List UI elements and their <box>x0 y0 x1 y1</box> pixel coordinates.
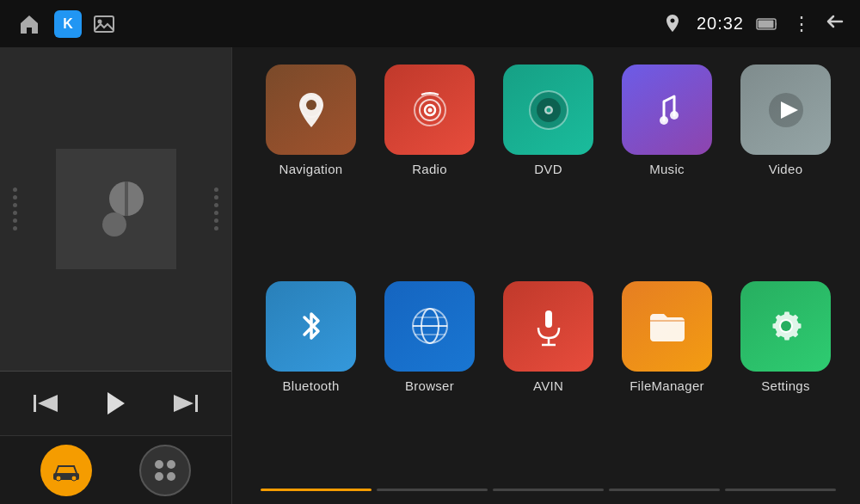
video-icon-tile <box>740 65 831 155</box>
apps-grid-button[interactable] <box>139 445 191 496</box>
svg-rect-35 <box>545 310 552 328</box>
bluetooth-icon-tile <box>266 281 356 372</box>
time-display: 20:32 <box>697 14 744 34</box>
app-video[interactable]: Video <box>733 65 838 264</box>
radio-label: Radio <box>412 162 447 176</box>
svg-point-38 <box>781 321 791 331</box>
app-browser[interactable]: Browser <box>377 281 482 481</box>
svg-rect-0 <box>95 16 114 32</box>
svg-point-21 <box>427 108 432 112</box>
settings-icon-tile <box>740 281 831 372</box>
svg-marker-10 <box>174 395 194 412</box>
svg-point-5 <box>102 212 126 237</box>
back-button[interactable] <box>823 9 847 39</box>
play-button[interactable] <box>99 387 132 420</box>
app-filemanager[interactable]: FileManager <box>614 281 720 481</box>
video-label: Video <box>769 162 803 176</box>
home-button[interactable] <box>13 8 46 40</box>
svg-point-26 <box>660 116 668 125</box>
app-dvd[interactable]: DVD <box>495 65 601 264</box>
page-dot-1[interactable] <box>261 489 372 491</box>
left-panel <box>0 47 232 504</box>
page-dot-4[interactable] <box>609 489 720 491</box>
gallery-button[interactable] <box>90 10 118 38</box>
next-button[interactable] <box>167 386 201 421</box>
svg-point-13 <box>56 476 61 481</box>
prev-button[interactable] <box>30 386 64 421</box>
svg-point-14 <box>71 476 77 481</box>
music-widget[interactable] <box>0 47 231 371</box>
avin-label: AVIN <box>533 378 563 393</box>
right-panel: Navigation Radio <box>232 47 860 504</box>
svg-rect-3 <box>759 20 774 28</box>
speaker-right <box>214 187 218 230</box>
page-dot-2[interactable] <box>377 489 488 491</box>
settings-label: Settings <box>761 378 810 393</box>
avin-icon-tile <box>503 281 593 372</box>
browser-icon-tile <box>384 281 475 372</box>
status-right: 20:32 ⋮ <box>659 9 847 39</box>
menu-button[interactable]: ⋮ <box>792 13 813 35</box>
page-indicators <box>258 489 838 495</box>
browser-label: Browser <box>405 378 454 393</box>
k-app-button[interactable]: K <box>54 10 82 38</box>
app-music[interactable]: Music <box>614 65 720 264</box>
apps-grid: Navigation Radio <box>258 65 838 480</box>
main-content: Navigation Radio <box>0 47 860 504</box>
navigation-label: Navigation <box>280 162 343 176</box>
svg-point-1 <box>98 19 102 23</box>
filemanager-label: FileManager <box>630 378 704 393</box>
svg-rect-15 <box>60 467 72 472</box>
battery-icon <box>754 10 782 38</box>
app-avin[interactable]: AVIN <box>495 281 601 481</box>
svg-rect-11 <box>195 395 198 412</box>
radio-icon-tile <box>384 65 475 155</box>
car-mode-button[interactable] <box>40 445 92 496</box>
dvd-icon-tile <box>503 65 593 155</box>
app-radio[interactable]: Radio <box>377 65 482 264</box>
filemanager-icon-tile <box>622 281 712 372</box>
location-icon <box>659 10 686 38</box>
svg-marker-7 <box>38 395 58 412</box>
status-left: K <box>13 8 118 40</box>
app-settings[interactable]: Settings <box>733 281 838 481</box>
dvd-label: DVD <box>534 162 562 176</box>
bluetooth-label: Bluetooth <box>282 378 339 393</box>
bottom-icons <box>0 435 231 504</box>
navigation-icon <box>266 65 356 155</box>
svg-point-27 <box>670 111 679 120</box>
svg-point-17 <box>306 100 316 110</box>
music-icon-tile <box>622 65 712 155</box>
page-dot-3[interactable] <box>493 489 604 491</box>
app-bluetooth[interactable]: Bluetooth <box>258 281 364 481</box>
album-art <box>56 149 176 269</box>
svg-marker-9 <box>108 392 125 415</box>
app-navigation[interactable]: Navigation <box>258 65 364 264</box>
music-label: Music <box>649 162 685 176</box>
svg-point-25 <box>546 108 550 112</box>
playback-controls <box>0 371 231 435</box>
grid-dots <box>155 460 175 481</box>
status-bar: K 20:32 ⋮ <box>0 0 860 47</box>
page-dot-5[interactable] <box>725 489 836 491</box>
speaker-left <box>13 187 17 230</box>
svg-rect-8 <box>34 395 36 412</box>
